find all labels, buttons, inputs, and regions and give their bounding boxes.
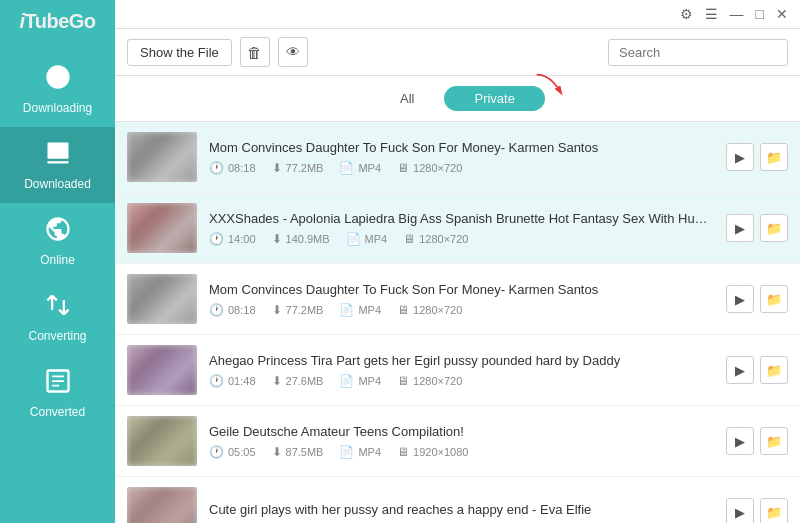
sidebar-item-downloading-label: Downloading <box>23 101 92 115</box>
display-icon: 🖥 <box>397 303 409 317</box>
clock-icon: 🕐 <box>209 445 224 459</box>
sidebar-item-converting[interactable]: Converting <box>0 279 115 355</box>
video-title: Cute girl plays with her pussy and reach… <box>209 502 714 517</box>
resolution-meta: 🖥 1280×720 <box>403 232 468 246</box>
format-meta: 📄 MP4 <box>339 161 381 175</box>
video-thumbnail <box>127 132 197 182</box>
display-icon: 🖥 <box>397 374 409 388</box>
eye-slash-icon: 👁 <box>286 44 300 60</box>
file-icon: 📄 <box>339 303 354 317</box>
download-icon: ⬇ <box>272 161 282 175</box>
display-icon: 🖥 <box>397 161 409 175</box>
folder-button[interactable]: 📁 <box>760 427 788 455</box>
size-meta: ⬇ 140.9MB <box>272 232 330 246</box>
video-title: Mom Convinces Daughter To Fuck Son For M… <box>209 140 714 155</box>
sidebar: iTubeGo Downloading Downloaded Online Co… <box>0 0 115 523</box>
sidebar-item-downloaded[interactable]: Downloaded <box>0 127 115 203</box>
play-button[interactable]: ▶ <box>726 214 754 242</box>
video-thumbnail <box>127 487 197 523</box>
trash-icon: 🗑 <box>247 44 262 61</box>
close-icon[interactable]: ✕ <box>772 4 792 24</box>
svg-rect-0 <box>47 143 68 159</box>
video-meta: 🕐 14:00 ⬇ 140.9MB 📄 MP4 🖥 1280×720 <box>209 232 714 246</box>
play-button[interactable]: ▶ <box>726 498 754 523</box>
clock-icon: 🕐 <box>209 161 224 175</box>
format-meta: 📄 MP4 <box>339 303 381 317</box>
play-button[interactable]: ▶ <box>726 356 754 384</box>
resolution-meta: 🖥 1280×720 <box>397 374 462 388</box>
video-title: Mom Convinces Daughter To Fuck Son For M… <box>209 282 714 297</box>
table-row: Mom Convinces Daughter To Fuck Son For M… <box>115 264 800 335</box>
video-list: Mom Convinces Daughter To Fuck Son For M… <box>115 122 800 523</box>
clock-icon: 🕐 <box>209 232 224 246</box>
table-row: Ahegao Princess Tira Part gets her Egirl… <box>115 335 800 406</box>
downloaded-icon <box>44 139 72 173</box>
maximize-icon[interactable]: □ <box>752 4 768 24</box>
converting-icon <box>44 291 72 325</box>
arrow-indicator <box>530 68 570 112</box>
sidebar-item-online[interactable]: Online <box>0 203 115 279</box>
video-actions: ▶ 📁 <box>726 427 788 455</box>
video-info: Ahegao Princess Tira Part gets her Egirl… <box>209 353 714 388</box>
size-meta: ⬇ 77.2MB <box>272 303 324 317</box>
video-meta: 🕐 08:18 ⬇ 77.2MB 📄 MP4 🖥 1280×720 <box>209 303 714 317</box>
sidebar-item-downloaded-label: Downloaded <box>24 177 91 191</box>
video-thumbnail <box>127 345 197 395</box>
video-thumbnail <box>127 203 197 253</box>
video-thumbnail <box>127 416 197 466</box>
clock-icon: 🕐 <box>209 374 224 388</box>
video-thumbnail <box>127 274 197 324</box>
window-topbar: ⚙ ☰ — □ ✕ <box>115 0 800 29</box>
video-title: Geile Deutsche Amateur Teens Compilation… <box>209 424 714 439</box>
video-actions: ▶ 📁 <box>726 143 788 171</box>
video-title: Ahegao Princess Tira Part gets her Egirl… <box>209 353 714 368</box>
duration-meta: 🕐 08:18 <box>209 161 256 175</box>
video-actions: ▶ 📁 <box>726 214 788 242</box>
downloading-icon <box>44 63 72 97</box>
online-icon <box>44 215 72 249</box>
size-meta: ⬇ 87.5MB <box>272 445 324 459</box>
app-title: iTubeGo <box>19 10 95 33</box>
resolution-meta: 🖥 1920×1080 <box>397 445 468 459</box>
resolution-meta: 🖥 1280×720 <box>397 303 462 317</box>
play-button[interactable]: ▶ <box>726 427 754 455</box>
folder-button[interactable]: 📁 <box>760 143 788 171</box>
duration-meta: 🕐 01:48 <box>209 374 256 388</box>
tabs-bar: All Private <box>115 76 800 122</box>
folder-button[interactable]: 📁 <box>760 498 788 523</box>
display-icon: 🖥 <box>403 232 415 246</box>
folder-button[interactable]: 📁 <box>760 356 788 384</box>
menu-icon[interactable]: ☰ <box>701 4 722 24</box>
tab-all[interactable]: All <box>370 86 444 111</box>
play-button[interactable]: ▶ <box>726 143 754 171</box>
folder-button[interactable]: 📁 <box>760 214 788 242</box>
video-meta: 🕐 08:18 ⬇ 77.2MB 📄 MP4 🖥 1280×720 <box>209 161 714 175</box>
video-title: XXXShades - Apolonia Lapiedra Big Ass Sp… <box>209 211 714 226</box>
settings-icon[interactable]: ⚙ <box>676 4 697 24</box>
video-info: XXXShades - Apolonia Lapiedra Big Ass Sp… <box>209 211 714 246</box>
main-panel: ⚙ ☰ — □ ✕ Show the File 🗑 👁 All Private <box>115 0 800 523</box>
refresh-button[interactable]: 👁 <box>278 37 308 67</box>
resolution-meta: 🖥 1280×720 <box>397 161 462 175</box>
sidebar-item-converted-label: Converted <box>30 405 85 419</box>
video-actions: ▶ 📁 <box>726 498 788 523</box>
minimize-icon[interactable]: — <box>726 4 748 24</box>
delete-button[interactable]: 🗑 <box>240 37 270 67</box>
play-button[interactable]: ▶ <box>726 285 754 313</box>
show-file-button[interactable]: Show the File <box>127 39 232 66</box>
download-icon: ⬇ <box>272 374 282 388</box>
video-actions: ▶ 📁 <box>726 356 788 384</box>
table-row: Geile Deutsche Amateur Teens Compilation… <box>115 406 800 477</box>
sidebar-item-downloading[interactable]: Downloading <box>0 51 115 127</box>
file-icon: 📄 <box>339 445 354 459</box>
search-input[interactable] <box>608 39 788 66</box>
size-meta: ⬇ 77.2MB <box>272 161 324 175</box>
sidebar-item-converting-label: Converting <box>28 329 86 343</box>
converted-icon <box>44 367 72 401</box>
folder-button[interactable]: 📁 <box>760 285 788 313</box>
sidebar-item-converted[interactable]: Converted <box>0 355 115 431</box>
table-row: Cute girl plays with her pussy and reach… <box>115 477 800 523</box>
format-meta: 📄 MP4 <box>339 445 381 459</box>
video-meta: 🕐 05:05 ⬇ 87.5MB 📄 MP4 🖥 1920×1080 <box>209 445 714 459</box>
table-row: Mom Convinces Daughter To Fuck Son For M… <box>115 122 800 193</box>
